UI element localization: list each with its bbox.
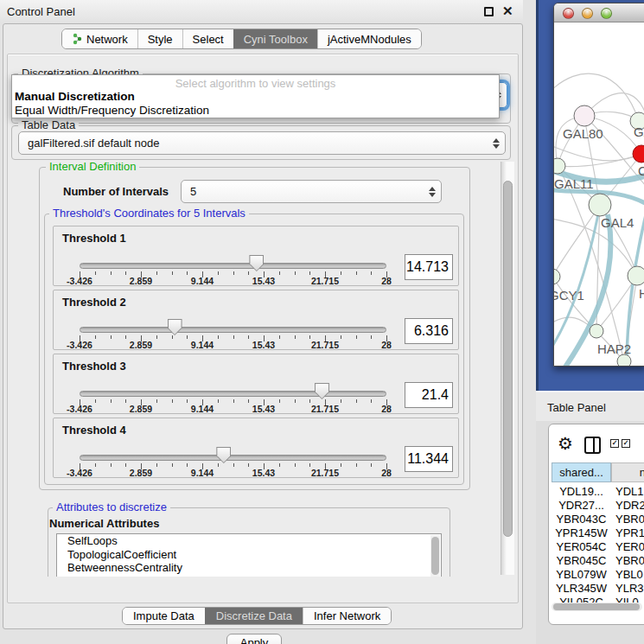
network-canvas[interactable]: GAL80GACGAL11GAL4GCY1HHAP2	[554, 23, 644, 367]
cell-name[interactable]: YBR0	[615, 513, 644, 526]
slider-tick	[279, 463, 280, 467]
column-header-shared[interactable]: shared...	[552, 462, 611, 482]
cell-name[interactable]: YDL1	[615, 485, 644, 498]
cell-name[interactable]: YDR2	[615, 499, 644, 512]
settings-gear-icon[interactable]: ⚙	[558, 433, 573, 454]
tab-jactivemnodules[interactable]: jActiveMNodules	[317, 29, 421, 48]
split-columns-icon[interactable]	[584, 437, 601, 454]
bottom-tab-bar: Impute DataDiscretize DataInfer Network	[122, 607, 392, 625]
numerical-attributes-list[interactable]: SelfLoopsTopologicalCoefficientBetweenne…	[56, 533, 442, 577]
cell-name[interactable]: YBR0	[615, 554, 644, 567]
table-row-ypr145w[interactable]: YPR145WYPR1	[552, 526, 644, 540]
algorithm-hint: Select algorithm to view settings	[12, 77, 499, 90]
cell-shared-name[interactable]: YLR345W	[552, 582, 611, 595]
node-gcy1[interactable]	[554, 269, 560, 284]
cell-shared-name[interactable]: YBR043C	[552, 513, 611, 526]
network-edge[interactable]	[554, 73, 639, 121]
float-window-icon[interactable]	[484, 7, 494, 16]
table-row-ydl19[interactable]: YDL19...YDL1	[552, 485, 644, 499]
threshold-value-field[interactable]: 11.344	[405, 446, 453, 472]
popup-option-manual-discretization[interactable]: Manual Discretization	[15, 90, 135, 103]
cell-name[interactable]: YER0	[615, 540, 644, 553]
slider-tick	[341, 335, 341, 339]
panel-scrollbar[interactable]	[501, 162, 514, 575]
tab-cyni-toolbox[interactable]: Cyni Toolbox	[233, 29, 317, 48]
zoom-light[interactable]	[601, 8, 612, 19]
cell-shared-name[interactable]: YER054C	[552, 540, 611, 553]
threshold-slider-track[interactable]	[80, 263, 386, 269]
table-row-ybr045c[interactable]: YBR045CYBR0	[552, 554, 644, 568]
column-checkbox-icon[interactable]: ✓	[622, 439, 630, 448]
threshold-slider-track[interactable]	[80, 391, 386, 397]
panel-title: Control Panel	[7, 5, 75, 18]
node-hap2[interactable]	[590, 324, 603, 338]
table-hscrollbar[interactable]	[552, 603, 642, 611]
cell-name[interactable]: YLR3	[615, 582, 644, 595]
column-header-name[interactable]: na	[611, 462, 644, 482]
slider-tick	[187, 399, 188, 403]
network-edge[interactable]	[554, 144, 641, 161]
slider-tick	[371, 463, 372, 467]
node[interactable]	[617, 354, 631, 367]
cell-shared-name[interactable]: YPR145W	[552, 526, 611, 539]
threshold-slider-track[interactable]	[80, 327, 386, 333]
attribute-item-betweennesscentrality[interactable]: BetweennessCentrality	[57, 561, 441, 575]
cell-shared-name[interactable]: YDL19...	[552, 485, 611, 498]
cell-shared-name[interactable]: YDR27...	[552, 499, 611, 512]
tab-label: Style	[148, 33, 173, 46]
list-scrollbar[interactable]	[430, 535, 440, 577]
tab-label: Impute Data	[133, 609, 194, 622]
slider-tick	[279, 399, 280, 403]
close-light[interactable]	[563, 8, 574, 19]
threshold-slider-track[interactable]	[80, 455, 386, 461]
node-gal11[interactable]	[554, 158, 565, 174]
slider-tick	[125, 271, 126, 275]
table-row-ybl079w[interactable]: YBL079WYBL0	[552, 568, 644, 582]
table-hscrollbar-thumb[interactable]	[553, 603, 640, 610]
slider-tick	[95, 399, 96, 403]
threshold-value-field[interactable]: 6.316	[405, 318, 453, 344]
tab-impute-data[interactable]: Impute Data	[123, 608, 205, 624]
tab-style[interactable]: Style	[137, 29, 182, 48]
attribute-item-selfloops[interactable]: SelfLoops	[57, 534, 441, 548]
node-gal4[interactable]	[589, 194, 611, 216]
table-row-ylr345w[interactable]: YLR345WYLR3	[552, 582, 644, 596]
threshold-slider-handle[interactable]	[249, 255, 264, 271]
tab-infer-network[interactable]: Infer Network	[303, 608, 391, 624]
slider-tick	[309, 399, 310, 403]
tab-network[interactable]: Network	[62, 29, 137, 48]
column-checkbox-icon[interactable]: ✓	[610, 439, 619, 448]
threshold-value-field[interactable]: 21.4	[405, 382, 453, 408]
tab-label: Network	[86, 33, 128, 46]
popup-option-equal-width-frequency-discretization[interactable]: Equal Width/Frequency Discretization	[15, 104, 209, 117]
apply-button[interactable]: Apply	[226, 634, 282, 644]
table-row-ydr27[interactable]: YDR27...YDR2	[552, 499, 644, 513]
threshold-slider-handle[interactable]	[315, 383, 329, 399]
network-window-titlebar[interactable]	[554, 3, 644, 22]
tab-select[interactable]: Select	[182, 29, 233, 48]
threshold-slider-handle[interactable]	[216, 447, 231, 463]
table-row-ybr043c[interactable]: YBR043CYBR0	[552, 513, 644, 526]
threshold-slider-handle[interactable]	[168, 319, 182, 335]
cell-shared-name[interactable]: YBR045C	[552, 554, 611, 567]
minimize-light[interactable]	[582, 8, 593, 19]
node-c[interactable]	[633, 145, 644, 163]
node-gal80[interactable]	[574, 105, 595, 126]
slider-tick	[156, 335, 157, 339]
close-panel-icon[interactable]: ✕	[502, 3, 513, 19]
num-intervals-combo[interactable]: 5	[181, 180, 442, 203]
cell-shared-name[interactable]: YBL079W	[552, 568, 611, 581]
node-h[interactable]	[628, 266, 644, 285]
node-label: H	[639, 286, 644, 301]
threshold-row-4: Threshold 4-3.4262.8599.14415.4321.71528…	[53, 418, 459, 478]
tab-label: Discretize Data	[216, 609, 292, 622]
table-data-combo[interactable]: galFiltered.sif default node	[18, 131, 506, 155]
attribute-item-topologicalcoefficient[interactable]: TopologicalCoefficient	[57, 548, 441, 562]
slider-tick-label: 28	[362, 276, 411, 286]
cell-name[interactable]: YBL0	[615, 568, 643, 581]
cell-name[interactable]: YPR1	[615, 526, 644, 539]
tab-discretize-data[interactable]: Discretize Data	[205, 608, 303, 624]
panel-scrollbar-thumb[interactable]	[503, 181, 513, 537]
threshold-value-field[interactable]: 14.713	[405, 254, 453, 280]
table-row-yer054c[interactable]: YER054CYER0	[552, 540, 644, 554]
